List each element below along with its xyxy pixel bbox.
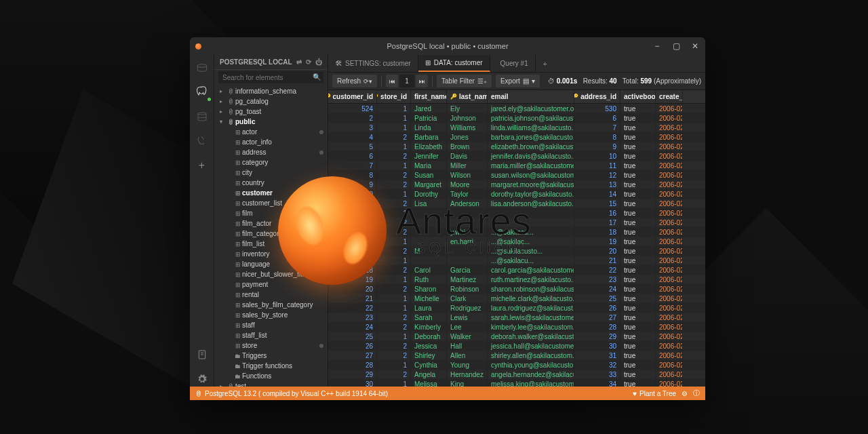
table-address[interactable]: ⊞address — [214, 147, 328, 157]
table-row[interactable]: 51ElizabethBrownelizabeth.brown@sakilacu… — [328, 142, 705, 151]
table-row[interactable]: 162M...@sakilacusto...20true2006-02 — [328, 246, 705, 256]
table-row[interactable]: 31LindaWilliamslinda.williams@sakilacust… — [328, 123, 705, 132]
app-icon — [195, 43, 201, 50]
table-actor[interactable]: ⊞actor — [214, 127, 328, 137]
tab-query-1[interactable]: Query #1 — [490, 55, 536, 72]
table-store[interactable]: ⊞store — [214, 340, 328, 351]
folder-Functions[interactable]: 🖿Functions — [214, 371, 328, 381]
timer-icon: ⏱ — [548, 77, 555, 85]
table-rental[interactable]: ⊞rental — [214, 290, 328, 300]
table-row[interactable]: 21PatriciaJohnsonpatricia.johnson@sakila… — [328, 113, 705, 123]
tab-data-customer[interactable]: ⊞DATA: customer — [418, 55, 490, 72]
table-country[interactable]: ⊞country — [214, 178, 328, 188]
col-customer_id[interactable]: 🔑customer_id — [328, 90, 377, 103]
schema-information_schema[interactable]: ▸🛢information_schema — [214, 86, 328, 96]
status-info-icon[interactable]: ⓘ — [693, 389, 700, 398]
table-row[interactable]: 12116true2006-02 — [328, 208, 705, 218]
table-row[interactable]: 301MelissaKingmelissa.king@sakilacustom.… — [328, 379, 705, 387]
page-number[interactable]: 1 — [399, 75, 414, 87]
table-staff_list[interactable]: ⊞staff_list — [214, 330, 328, 340]
page-first[interactable]: ⏮ — [386, 75, 398, 87]
table-row[interactable]: 13217true2006-02 — [328, 218, 705, 227]
col-email[interactable]: email — [488, 90, 574, 103]
minimize-button[interactable]: − — [652, 41, 662, 51]
table-film_category[interactable]: ⊞film_category — [214, 229, 328, 239]
page-next[interactable]: ⏭ — [416, 75, 428, 87]
table-filter-button[interactable]: Table Filter ☰₊ — [437, 75, 492, 87]
table-category[interactable]: ⊞category — [214, 157, 328, 167]
table-row[interactable]: 5241JaredElyjared.ely@sakilacustomer.org… — [328, 104, 705, 113]
table-sales_by_film_category[interactable]: ⊞sales_by_film_category — [214, 300, 328, 310]
status-settings-icon[interactable]: ⚙ — [682, 390, 688, 397]
rail-settings-icon[interactable] — [195, 372, 210, 387]
rail-connection-3[interactable] — [195, 109, 210, 124]
rail-scratchpad-icon[interactable] — [195, 347, 210, 362]
table-row[interactable]: 251DeborahWalkerdeborah.walker@sakilacus… — [328, 332, 705, 341]
export-button[interactable]: Export ▤▾ — [496, 75, 540, 87]
table-row[interactable]: 112LisaAndersonlisa.anderson@sakilacusto… — [328, 199, 705, 208]
table-language[interactable]: ⊞language — [214, 259, 328, 269]
sidebar-disconnect-icon[interactable]: ⏻ — [315, 58, 322, 66]
table-nicer_but_slower_film_...[interactable]: ⊞nicer_but_slower_film_... — [214, 269, 328, 279]
folder-Triggers[interactable]: 🖿Triggers — [214, 351, 328, 361]
folder-Trigger functions[interactable]: 🖿Trigger functions — [214, 361, 328, 371]
schema-public[interactable]: ▾🛢public — [214, 117, 328, 127]
col-first_name[interactable]: first_name — [411, 90, 447, 103]
table-row[interactable]: 62JenniferDavisjennifer.davis@sakilacust… — [328, 151, 705, 161]
schema-test[interactable]: ▸🛢test — [214, 381, 328, 387]
table-row[interactable]: 232SarahLewissarah.lewis@sakilacustomer.… — [328, 313, 705, 322]
col-last_name[interactable]: 🔑last_name — [447, 90, 488, 103]
table-row[interactable]: 281CynthiaYoungcynthia.young@sakilacusto… — [328, 360, 705, 370]
close-button[interactable]: ✕ — [690, 41, 700, 51]
table-film_actor[interactable]: ⊞film_actor — [214, 218, 328, 229]
table-row[interactable]: 191RuthMartinezruth.martinez@sakilacusto… — [328, 275, 705, 284]
table-inventory[interactable]: ⊞inventory — [214, 249, 328, 259]
table-customer[interactable]: ⊞customer — [214, 188, 328, 198]
query-stats: ⏱ 0.001s Results: 40 Total: 599 (Approxi… — [548, 77, 701, 85]
table-row[interactable]: 151en.harri...@sakilac...19true2006-02 — [328, 237, 705, 246]
col-activebool[interactable]: activebool — [620, 90, 656, 103]
app-window: PostgreSQL local • public • customer − ▢… — [190, 37, 705, 400]
table-row[interactable]: 221LauraRodriguezlaura.rodriguez@sakilac… — [328, 303, 705, 313]
table-row[interactable]: 42BarbaraJonesbarbara.jones@sakilacusto.… — [328, 132, 705, 142]
table-row[interactable]: 242KimberlyLeekimberly.lee@sakilacustom.… — [328, 322, 705, 332]
table-actor_info[interactable]: ⊞actor_info — [214, 137, 328, 147]
table-row[interactable]: 182CarolGarciacarol.garcia@sakilacustome… — [328, 265, 705, 275]
col-address_id[interactable]: 🔑address_id — [574, 90, 620, 103]
table-row[interactable]: 142y.whi...@sakilacu...18true2006-02 — [328, 227, 705, 237]
rail-connection-postgres[interactable] — [195, 85, 210, 100]
table-customer_list[interactable]: ⊞customer_list — [214, 198, 328, 208]
table-row[interactable]: 82SusanWilsonsusan.wilson@sakilacustom..… — [328, 170, 705, 180]
table-sales_by_store[interactable]: ⊞sales_by_store — [214, 310, 328, 320]
table-film_list[interactable]: ⊞film_list — [214, 239, 328, 249]
schema-pg_catalog[interactable]: ▸🛢pg_catalog — [214, 96, 328, 106]
table-row[interactable]: 211MichelleClarkmichelle.clark@sakilacus… — [328, 294, 705, 303]
table-row[interactable]: 292AngelaHernandezangela.hernandez@sakil… — [328, 370, 705, 379]
table-row[interactable]: 262JessicaHalljessica.hall@sakilacustome… — [328, 341, 705, 351]
schema-pg_toast[interactable]: ▸🛢pg_toast — [214, 106, 328, 117]
sidebar-collapse-icon[interactable]: ⇄ — [296, 58, 302, 66]
table-row[interactable]: 101DorothyTaylordorothy.taylor@sakilacus… — [328, 189, 705, 199]
col-create_d[interactable]: create_d — [656, 90, 683, 103]
table-city[interactable]: ⊞city — [214, 167, 328, 178]
table-row[interactable]: 171...@sakilacu...21true2006-02 — [328, 256, 705, 265]
col-store_id[interactable]: 🔑store_id — [377, 90, 411, 103]
table-row[interactable]: 71MariaMillermaria.miller@sakilacustome.… — [328, 161, 705, 170]
sidebar-refresh-icon[interactable]: ⟳ — [306, 58, 311, 66]
table-film[interactable]: ⊞film — [214, 208, 328, 218]
search-input[interactable] — [218, 71, 323, 83]
maximize-button[interactable]: ▢ — [671, 41, 681, 51]
table-row[interactable]: 272ShirleyAllenshirley.allen@sakilacusto… — [328, 351, 705, 360]
rail-add-connection[interactable]: + — [195, 158, 210, 173]
rail-connection-4[interactable] — [195, 134, 210, 149]
table-row[interactable]: 202SharonRobinsonsharon.robinson@sakilac… — [328, 284, 705, 294]
plant-tree-link[interactable]: ♥ Plant a Tree — [633, 390, 676, 397]
table-payment[interactable]: ⊞payment — [214, 279, 328, 290]
data-grid: 🔑customer_id🔑store_idfirst_name🔑last_nam… — [328, 90, 705, 387]
rail-connection-1[interactable] — [195, 60, 210, 75]
table-row[interactable]: 92MargaretMooremargaret.moore@sakilacust… — [328, 180, 705, 189]
tab-add[interactable]: + — [536, 55, 555, 72]
refresh-button[interactable]: Refresh ⟳▾ — [332, 75, 377, 87]
table-staff[interactable]: ⊞staff — [214, 320, 328, 330]
tab-settings-customer[interactable]: 🛠SETTINGS: customer — [328, 55, 418, 72]
